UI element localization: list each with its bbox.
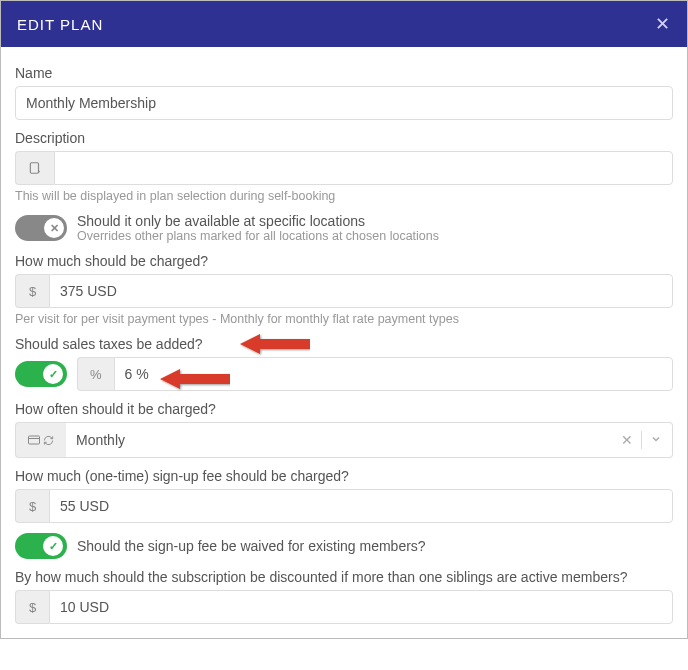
signup-fee-label: How much (one-time) sign-up fee should b… bbox=[15, 468, 673, 484]
waive-toggle-texts: Should the sign-up fee be waived for exi… bbox=[77, 538, 426, 554]
name-label: Name bbox=[15, 65, 673, 81]
svg-marker-2 bbox=[160, 369, 230, 389]
charge-addon: $ bbox=[15, 274, 49, 308]
charge-help: Per visit for per visit payment types - … bbox=[15, 312, 673, 326]
locations-toggle[interactable]: ✕ bbox=[15, 215, 67, 241]
toggle-knob-on: ✓ bbox=[43, 364, 63, 384]
tax-toggle[interactable]: ✓ bbox=[15, 361, 67, 387]
description-label: Description bbox=[15, 130, 673, 146]
sibling-discount-input[interactable] bbox=[49, 590, 673, 624]
clear-icon[interactable]: ✕ bbox=[621, 432, 633, 448]
toggle-knob-off: ✕ bbox=[44, 218, 64, 238]
description-input[interactable] bbox=[54, 151, 673, 185]
svg-marker-1 bbox=[240, 334, 310, 354]
card-icon bbox=[28, 435, 40, 445]
annotation-arrow-2 bbox=[160, 367, 230, 391]
signup-fee-group: How much (one-time) sign-up fee should b… bbox=[15, 468, 673, 523]
svg-rect-0 bbox=[30, 163, 38, 174]
sibling-discount-group: By how much should the subscription be d… bbox=[15, 569, 673, 624]
frequency-label: How often should it be charged? bbox=[15, 401, 673, 417]
select-separator bbox=[641, 431, 642, 449]
waive-toggle[interactable]: ✓ bbox=[15, 533, 67, 559]
description-addon[interactable] bbox=[15, 151, 54, 185]
waive-toggle-row: ✓ Should the sign-up fee be waived for e… bbox=[15, 533, 673, 559]
locations-toggle-texts: Should it only be available at specific … bbox=[77, 213, 439, 243]
signup-fee-addon: $ bbox=[15, 489, 49, 523]
close-icon[interactable]: ✕ bbox=[655, 13, 671, 35]
description-group: Description This will be displayed in pl… bbox=[15, 130, 673, 203]
tax-addon: % bbox=[77, 357, 114, 391]
locations-toggle-sub: Overrides other plans marked for all loc… bbox=[77, 229, 439, 243]
charge-input[interactable] bbox=[49, 274, 673, 308]
frequency-select[interactable]: Monthly ✕ bbox=[66, 422, 673, 458]
sibling-discount-label: By how much should the subscription be d… bbox=[15, 569, 673, 585]
tax-label: Should sales taxes be added? bbox=[15, 336, 673, 352]
svg-rect-3 bbox=[29, 436, 40, 444]
modal-title: EDIT PLAN bbox=[17, 16, 103, 33]
modal-body: Name Description This will be displayed … bbox=[1, 47, 687, 638]
refresh-icon bbox=[43, 435, 54, 446]
modal-header: EDIT PLAN ✕ bbox=[1, 1, 687, 47]
description-help: This will be displayed in plan selection… bbox=[15, 189, 673, 203]
chevron-down-icon[interactable] bbox=[650, 432, 662, 448]
signup-fee-input[interactable] bbox=[49, 489, 673, 523]
document-icon bbox=[28, 161, 42, 175]
charge-label: How much should be charged? bbox=[15, 253, 673, 269]
locations-toggle-title: Should it only be available at specific … bbox=[77, 213, 439, 229]
frequency-group: How often should it be charged? Monthly … bbox=[15, 401, 673, 458]
name-group: Name bbox=[15, 65, 673, 120]
locations-toggle-row: ✕ Should it only be available at specifi… bbox=[15, 213, 673, 243]
frequency-addon bbox=[15, 422, 66, 458]
name-input[interactable] bbox=[15, 86, 673, 120]
sibling-discount-addon: $ bbox=[15, 590, 49, 624]
toggle-knob-on-2: ✓ bbox=[43, 536, 63, 556]
annotation-arrow-1 bbox=[240, 332, 310, 356]
frequency-value: Monthly bbox=[76, 432, 621, 448]
edit-plan-modal: EDIT PLAN ✕ Name Description This will b… bbox=[0, 0, 688, 639]
waive-toggle-title: Should the sign-up fee be waived for exi… bbox=[77, 538, 426, 554]
tax-group: Should sales taxes be added? ✓ % bbox=[15, 336, 673, 391]
charge-group: How much should be charged? $ Per visit … bbox=[15, 253, 673, 326]
